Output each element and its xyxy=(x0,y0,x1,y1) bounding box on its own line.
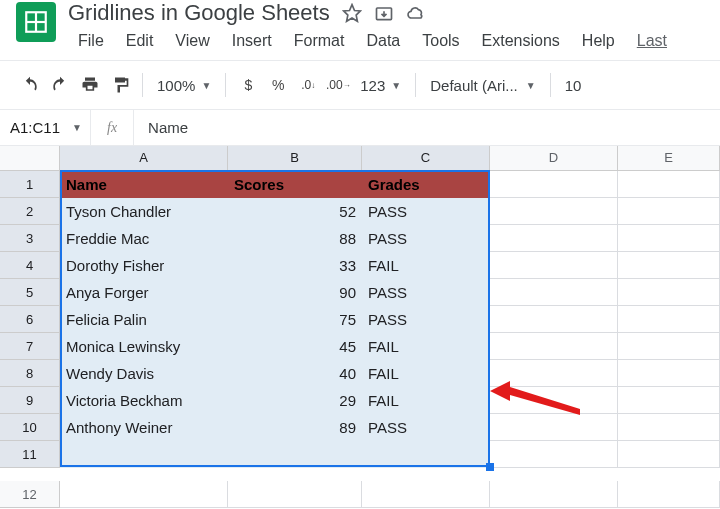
cell[interactable]: 29 xyxy=(228,387,362,414)
cell[interactable]: 89 xyxy=(228,414,362,441)
cell[interactable]: Tyson Chandler xyxy=(60,198,228,225)
cell[interactable]: Felicia Palin xyxy=(60,306,228,333)
cell[interactable] xyxy=(490,198,618,225)
cell[interactable]: 90 xyxy=(228,279,362,306)
cell[interactable] xyxy=(490,225,618,252)
cell[interactable]: Name xyxy=(60,171,228,198)
cell[interactable]: Monica Lewinsky xyxy=(60,333,228,360)
cell[interactable]: FAIL xyxy=(362,252,490,279)
cell[interactable] xyxy=(490,441,618,468)
cell[interactable]: Scores xyxy=(228,171,362,198)
cell[interactable] xyxy=(618,414,720,441)
row-header-12[interactable]: 12 xyxy=(0,481,60,508)
cell[interactable]: FAIL xyxy=(362,360,490,387)
cell[interactable] xyxy=(60,481,228,508)
cell[interactable] xyxy=(618,279,720,306)
menu-insert[interactable]: Insert xyxy=(222,28,282,54)
star-icon[interactable] xyxy=(342,3,362,23)
increase-decimal-button[interactable]: .00→ xyxy=(324,71,352,99)
cell[interactable]: Wendy Davis xyxy=(60,360,228,387)
cell[interactable]: PASS xyxy=(362,306,490,333)
zoom-dropdown[interactable]: 100%▼ xyxy=(151,77,217,94)
cell[interactable]: Anthony Weiner xyxy=(60,414,228,441)
menu-file[interactable]: File xyxy=(68,28,114,54)
font-size-dropdown[interactable]: 10 xyxy=(559,77,588,94)
cell[interactable] xyxy=(618,306,720,333)
col-header-E[interactable]: E xyxy=(618,146,720,170)
row-header-7[interactable]: 7 xyxy=(0,333,60,360)
cell[interactable] xyxy=(490,252,618,279)
row-header-9[interactable]: 9 xyxy=(0,387,60,414)
cell[interactable] xyxy=(490,171,618,198)
cell[interactable]: Grades xyxy=(362,171,490,198)
print-button[interactable] xyxy=(76,71,104,99)
cell[interactable] xyxy=(490,333,618,360)
col-header-C[interactable]: C xyxy=(362,146,490,170)
cell[interactable] xyxy=(618,387,720,414)
cell[interactable] xyxy=(618,441,720,468)
undo-button[interactable] xyxy=(16,71,44,99)
row-header-8[interactable]: 8 xyxy=(0,360,60,387)
cell[interactable] xyxy=(618,198,720,225)
cell[interactable]: PASS xyxy=(362,225,490,252)
cloud-status-icon[interactable] xyxy=(406,3,426,23)
menu-edit[interactable]: Edit xyxy=(116,28,164,54)
row-header-6[interactable]: 6 xyxy=(0,306,60,333)
col-header-D[interactable]: D xyxy=(490,146,618,170)
cell[interactable]: 45 xyxy=(228,333,362,360)
cell[interactable]: FAIL xyxy=(362,387,490,414)
document-title[interactable]: Gridlines in Google Sheets xyxy=(68,0,330,26)
row-header-10[interactable]: 10 xyxy=(0,414,60,441)
cell[interactable] xyxy=(490,414,618,441)
cell[interactable]: Freddie Mac xyxy=(60,225,228,252)
col-header-A[interactable]: A xyxy=(60,146,228,170)
cell[interactable] xyxy=(490,306,618,333)
paint-format-button[interactable] xyxy=(106,71,134,99)
number-format-dropdown[interactable]: 123▼ xyxy=(354,77,407,94)
cell[interactable]: 40 xyxy=(228,360,362,387)
row-header-2[interactable]: 2 xyxy=(0,198,60,225)
decrease-decimal-button[interactable]: .0↓ xyxy=(294,71,322,99)
row-header-11[interactable]: 11 xyxy=(0,441,60,468)
cell[interactable]: 75 xyxy=(228,306,362,333)
percent-button[interactable]: % xyxy=(264,71,292,99)
cell[interactable] xyxy=(362,441,490,468)
cell[interactable] xyxy=(618,360,720,387)
cell[interactable]: Anya Forger xyxy=(60,279,228,306)
formula-bar[interactable]: Name xyxy=(134,119,720,136)
menu-help[interactable]: Help xyxy=(572,28,625,54)
cell[interactable] xyxy=(618,225,720,252)
row-header-5[interactable]: 5 xyxy=(0,279,60,306)
redo-button[interactable] xyxy=(46,71,74,99)
row-header-1[interactable]: 1 xyxy=(0,171,60,198)
cell[interactable]: PASS xyxy=(362,279,490,306)
cell[interactable] xyxy=(618,333,720,360)
menu-last-edit[interactable]: Last xyxy=(627,28,677,54)
cell[interactable]: 52 xyxy=(228,198,362,225)
cell[interactable]: Victoria Beckham xyxy=(60,387,228,414)
select-all-corner[interactable] xyxy=(0,146,60,170)
row-header-4[interactable]: 4 xyxy=(0,252,60,279)
cell[interactable]: PASS xyxy=(362,198,490,225)
cell[interactable]: Dorothy Fisher xyxy=(60,252,228,279)
cell[interactable]: 88 xyxy=(228,225,362,252)
menu-tools[interactable]: Tools xyxy=(412,28,469,54)
cell[interactable] xyxy=(362,481,490,508)
col-header-B[interactable]: B xyxy=(228,146,362,170)
menu-extensions[interactable]: Extensions xyxy=(472,28,570,54)
currency-button[interactable]: $ xyxy=(234,71,262,99)
name-box[interactable]: A1:C11▼ xyxy=(0,119,90,136)
cell[interactable] xyxy=(618,171,720,198)
spreadsheet-grid[interactable]: A B C D E 1NameScoresGrades2Tyson Chandl… xyxy=(0,146,720,508)
menu-view[interactable]: View xyxy=(165,28,219,54)
menu-format[interactable]: Format xyxy=(284,28,355,54)
cell[interactable]: PASS xyxy=(362,414,490,441)
cell[interactable] xyxy=(490,481,618,508)
cell[interactable] xyxy=(60,441,228,468)
cell[interactable] xyxy=(228,441,362,468)
cell[interactable] xyxy=(490,360,618,387)
cell[interactable]: FAIL xyxy=(362,333,490,360)
row-header-3[interactable]: 3 xyxy=(0,225,60,252)
cell[interactable] xyxy=(228,481,362,508)
font-family-dropdown[interactable]: Default (Ari...▼ xyxy=(424,77,541,94)
